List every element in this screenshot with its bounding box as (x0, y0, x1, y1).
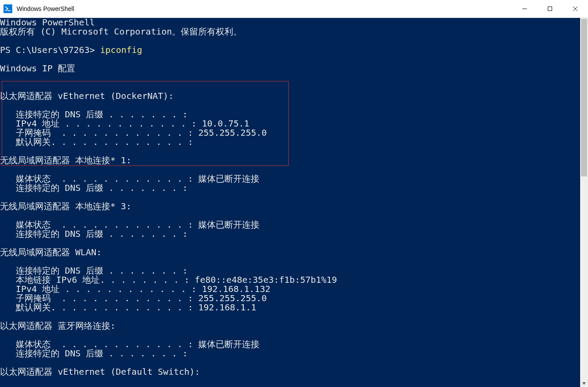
close-button[interactable] (563, 0, 588, 18)
adapter-bt-dns: 连接特定的 DNS 后缀 . . . . . . . : (0, 348, 188, 359)
adapter-wlan-title: 无线局域网适配器 WLAN: (0, 247, 102, 257)
prompt-prefix: PS C:\Users\97263> (0, 45, 100, 55)
adapter-wlan-gw: 默认网关. . . . . . . . . . . . . : 192.168.… (0, 302, 256, 313)
adapter-dockernat-title: 以太网适配器 vEthernet (DockerNAT): (0, 91, 174, 101)
terminal-output[interactable]: Windows PowerShell 版权所有 (C) Microsoft Co… (0, 18, 580, 387)
window-titlebar: Windows PowerShell (0, 0, 588, 18)
titlebar-left: Windows PowerShell (0, 4, 74, 13)
minimize-button[interactable] (512, 0, 537, 18)
svg-rect-2 (548, 7, 552, 11)
adapter-bt-title: 以太网适配器 蓝牙网络连接: (0, 320, 116, 331)
maximize-button[interactable] (537, 0, 563, 18)
adapter-local1-title: 无线局域网适配器 本地连接* 1: (0, 155, 131, 165)
scroll-down-button[interactable] (580, 380, 588, 387)
prompt-command: ipconfig (100, 45, 142, 55)
terminal-area: Windows PowerShell 版权所有 (C) Microsoft Co… (0, 18, 588, 387)
adapter-defswitch-title: 以太网适配器 vEthernet (Default Switch): (0, 366, 200, 377)
window-controls (512, 0, 588, 18)
adapter-local3-title: 无线局域网适配器 本地连接* 3: (0, 201, 131, 211)
adapter-dockernat-gw: 默认网关. . . . . . . . . . . . . : (0, 137, 193, 147)
ipconfig-header: Windows IP 配置 (0, 63, 75, 74)
terminal-scrollbar[interactable] (580, 18, 588, 387)
adapter-local1-dns: 连接特定的 DNS 后缀 . . . . . . . : (0, 183, 188, 193)
scrollbar-thumb[interactable] (581, 19, 587, 176)
banner-line2: 版权所有 (C) Microsoft Corporation。保留所有权利。 (0, 26, 242, 37)
powershell-icon (4, 4, 12, 13)
adapter-local3-dns: 连接特定的 DNS 后缀 . . . . . . . : (0, 229, 188, 239)
window-title: Windows PowerShell (17, 5, 74, 12)
svg-marker-6 (582, 382, 586, 385)
